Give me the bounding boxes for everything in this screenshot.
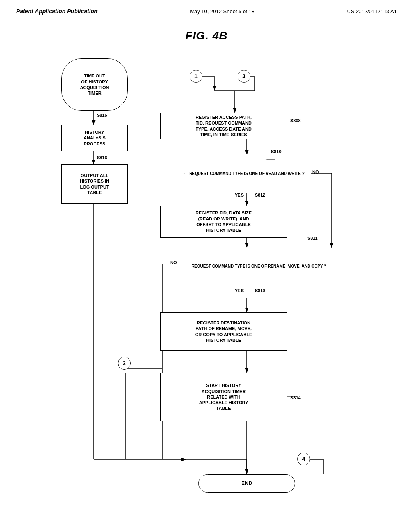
register-access-box: REGISTER ACCESS PATH, TID, REQUEST COMMA… [160, 113, 287, 139]
circle-2: 2 [118, 357, 131, 370]
end-box: END [198, 474, 295, 493]
output-all-box: OUTPUT ALL HISTORIES IN LOG OUTPUT TABLE [61, 164, 128, 204]
yes-rename-label: YES [235, 288, 244, 293]
register-fid-box: REGISTER FID, DATA SIZE (READ OR WRITE),… [160, 206, 287, 238]
circle-1: 1 [190, 70, 202, 83]
patent-number: US 2012/0117113 A1 [347, 8, 397, 15]
start-history-box: START HISTORY ACQUISITION TIMER RELATED … [160, 373, 287, 421]
s813-label: S813 [255, 288, 265, 293]
s811-label: S811 [307, 236, 318, 241]
s815-label: S815 [97, 113, 107, 118]
page: Patent Application Publication May 10, 2… [0, 0, 413, 532]
s814-label: S814 [290, 395, 301, 400]
request-rename-diamond: REQUEST COMMAND TYPE IS ONE OF RENAME, M… [184, 244, 334, 288]
request-rw-diamond: REQUEST COMMAND TYPE IS ONE OF READ AND … [184, 153, 309, 193]
register-dest-box: REGISTER DESTINATION PATH OF RENAME, MOV… [160, 312, 287, 351]
yes-rw-label: YES [235, 193, 244, 197]
s816-label: S816 [97, 155, 107, 160]
no-rename-label: NO [170, 260, 177, 265]
circle-3: 3 [238, 70, 250, 83]
flowchart-diagram: TIME OUT OF HISTORY ACQUISITION TIMER 1 … [41, 50, 372, 494]
timeout-box: TIME OUT OF HISTORY ACQUISITION TIMER [61, 58, 128, 111]
page-header: Patent Application Publication May 10, 2… [16, 8, 397, 17]
circle-4: 4 [297, 453, 310, 466]
history-analysis-box: HISTORY ANALYSIS PROCESS [61, 125, 128, 151]
sheet-info: May 10, 2012 Sheet 5 of 18 [190, 8, 254, 15]
figure-title: FIG. 4B [16, 29, 397, 42]
s808-label: S808 [290, 118, 301, 123]
s812-label: S812 [255, 193, 265, 197]
publication-label: Patent Application Publication [16, 8, 98, 15]
no-rw-label: NO [312, 170, 319, 175]
